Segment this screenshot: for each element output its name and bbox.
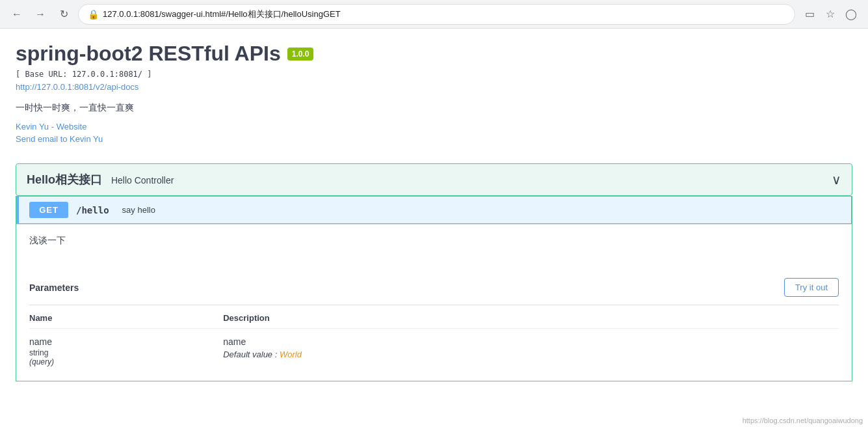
browser-chrome: ← → ↻ 🔒 127.0.0.1:8081/swagger-ui.html#/… — [0, 0, 868, 29]
section-title: Hello相关接口 — [27, 173, 102, 186]
try-it-out-button[interactable]: Try it out — [784, 278, 839, 297]
chevron-down-icon: ∨ — [832, 172, 841, 187]
tagline: 一时快一时爽，一直快一直爽 — [16, 102, 852, 114]
app-title-row: spring-boot2 RESTful APIs 1.0.0 — [16, 42, 852, 66]
bookmark-button[interactable]: ☆ — [821, 5, 839, 23]
endpoint-body: 浅谈一下 Parameters Try it out Name Descript… — [16, 224, 852, 381]
email-link[interactable]: Send email to Kevin Yu — [16, 134, 852, 144]
website-link[interactable]: Kevin Yu - Website — [16, 122, 852, 131]
browser-right-icons: ▭ ☆ ◯ — [800, 5, 860, 23]
back-button[interactable]: ← — [8, 5, 26, 23]
page-content: spring-boot2 RESTful APIs 1.0.0 [ Base U… — [0, 29, 868, 394]
section-header[interactable]: Hello相关接口 Hello Controller ∨ — [16, 163, 852, 196]
param-default-value: World — [280, 350, 302, 359]
forward-button[interactable]: → — [31, 5, 49, 23]
col-name-header: Name — [29, 305, 223, 329]
param-type: string — [29, 348, 223, 357]
endpoint-summary: say hello — [122, 205, 155, 215]
address-text: 127.0.0.1:8081/swagger-ui.html#/Hello相关接… — [103, 8, 341, 20]
parameters-header: Parameters Try it out — [29, 270, 839, 305]
api-docs-link[interactable]: http://127.0.0.1:8081/v2/api-docs — [16, 82, 138, 92]
table-row: name string (query) name Default value :… — [29, 329, 839, 371]
profile-button[interactable]: ◯ — [842, 5, 860, 23]
param-location: (query) — [29, 357, 223, 366]
section-title-row: Hello相关接口 Hello Controller — [27, 172, 174, 187]
table-header-row: Name Description — [29, 305, 839, 329]
lock-icon: 🔒 — [88, 9, 99, 20]
section-description: Hello Controller — [111, 175, 174, 186]
endpoint-container: GET /hello say hello 浅谈一下 Parameters Try… — [16, 196, 852, 381]
col-description-header: Description — [223, 305, 839, 329]
param-name: name — [29, 337, 52, 347]
param-desc: name — [223, 337, 839, 347]
base-url: [ Base URL: 127.0.0.1:8081/ ] — [16, 70, 852, 79]
contact-links: Kevin Yu - Website Send email to Kevin Y… — [16, 122, 852, 144]
param-name-cell: name string (query) — [29, 329, 223, 371]
parameters-title: Parameters — [29, 282, 79, 293]
method-badge: GET — [29, 202, 68, 218]
endpoint-path: /hello — [76, 205, 109, 215]
endpoint-description: 浅谈一下 — [29, 235, 839, 257]
endpoint-row[interactable]: GET /hello say hello — [16, 196, 852, 224]
param-description-cell: name Default value : World — [223, 329, 839, 371]
reload-button[interactable]: ↻ — [55, 5, 73, 23]
parameters-table: Name Description name string (query) nam… — [29, 305, 839, 370]
app-title: spring-boot2 RESTful APIs — [16, 42, 281, 66]
address-bar[interactable]: 🔒 127.0.0.1:8081/swagger-ui.html#/Hello相… — [78, 4, 795, 25]
version-badge: 1.0.0 — [287, 48, 314, 61]
param-default: Default value : World — [223, 350, 839, 359]
parameters-section: Parameters Try it out Name Description n… — [29, 270, 839, 370]
cast-button[interactable]: ▭ — [800, 5, 819, 23]
